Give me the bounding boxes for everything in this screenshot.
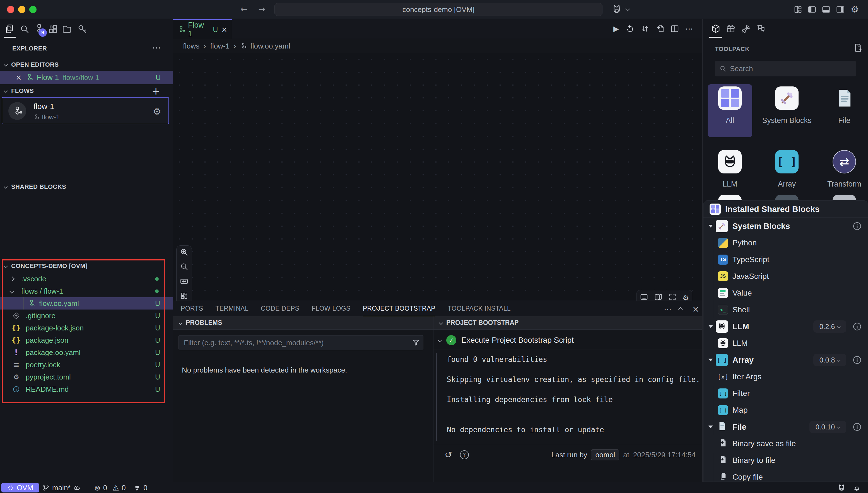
info-icon[interactable] bbox=[852, 322, 862, 331]
last-run-user-badge[interactable]: oomol bbox=[591, 450, 619, 460]
info-icon[interactable] bbox=[852, 355, 862, 365]
close-panel-icon[interactable]: × bbox=[692, 304, 699, 314]
block-binary-save-as-file[interactable]: Binary save as file bbox=[703, 435, 868, 452]
back-icon[interactable]: ← bbox=[240, 4, 248, 14]
info-icon[interactable] bbox=[852, 422, 862, 432]
toggle-left-sidebar-icon[interactable] bbox=[808, 5, 816, 16]
rocket-icon[interactable] bbox=[741, 24, 750, 34]
category-label[interactable]: File bbox=[817, 115, 868, 126]
section-project-root[interactable]: CONCEPTS-DEMO [OVM] bbox=[0, 261, 173, 271]
help-icon[interactable]: ? bbox=[460, 450, 469, 459]
problems-header[interactable]: PROBLEMS bbox=[173, 316, 433, 329]
toggle-right-sidebar-icon[interactable] bbox=[836, 5, 845, 16]
maximize-window-button[interactable] bbox=[29, 6, 37, 13]
flow-card[interactable]: flow-1 flow-1 ⚙ bbox=[2, 97, 169, 124]
breadcrumb-item[interactable]: flow.oo.yaml bbox=[250, 42, 290, 50]
collapse-triangle-icon[interactable] bbox=[708, 426, 713, 428]
section-flows[interactable]: FLOWS bbox=[0, 86, 173, 96]
block-iter-args[interactable]: [x] Iter Args bbox=[703, 368, 868, 385]
category-label[interactable]: Array bbox=[759, 178, 815, 190]
filter-funnel-icon[interactable] bbox=[412, 339, 420, 349]
forward-icon[interactable]: → bbox=[258, 4, 265, 14]
tree-item-file[interactable]: {} package-lock.json U bbox=[0, 322, 173, 334]
zoom-in-icon[interactable] bbox=[180, 248, 188, 258]
group-system-blocks[interactable]: System Blocks bbox=[703, 218, 868, 235]
gift-icon[interactable] bbox=[726, 24, 736, 34]
key-icon[interactable] bbox=[77, 24, 87, 34]
block-python[interactable]: Python bbox=[703, 235, 868, 251]
tab-ports[interactable]: PORTS bbox=[181, 301, 203, 317]
project-bootstrap-header[interactable]: PROJECT BOOTSTRAP bbox=[433, 316, 702, 329]
split-editor-icon[interactable] bbox=[670, 24, 679, 34]
category-label[interactable]: System Blocks bbox=[759, 115, 815, 126]
run-flow-icon[interactable]: ▶ bbox=[611, 24, 621, 34]
tab-flow-logs[interactable]: FLOW LOGS bbox=[312, 301, 350, 317]
collapse-triangle-icon[interactable] bbox=[708, 359, 713, 361]
flow-canvas[interactable]: ⚙ bbox=[173, 53, 702, 320]
flow-settings-gear-icon[interactable]: ⚙ bbox=[153, 106, 161, 117]
git-branch-status[interactable]: main* bbox=[42, 482, 80, 493]
customize-layout-icon[interactable] bbox=[794, 5, 802, 16]
chat-icon[interactable] bbox=[756, 24, 766, 34]
category-system-blocks-icon[interactable] bbox=[775, 86, 799, 110]
tree-item-folder[interactable]: flows / flow-1 bbox=[0, 285, 173, 297]
section-shared-blocks[interactable]: SHARED BLOCKS bbox=[0, 182, 173, 192]
block-typescript[interactable]: TS TypeScript bbox=[703, 251, 868, 268]
compare-changes-icon[interactable] bbox=[640, 24, 650, 34]
block-llm[interactable]: LLM bbox=[703, 335, 868, 351]
collapse-triangle-icon[interactable] bbox=[708, 325, 713, 328]
add-flow-icon[interactable]: + bbox=[152, 85, 160, 97]
zoom-out-icon[interactable] bbox=[180, 262, 188, 273]
search-icon[interactable] bbox=[20, 24, 29, 34]
tab-close-icon[interactable]: × bbox=[221, 25, 227, 34]
oomol-mascot-icon[interactable] bbox=[611, 4, 622, 17]
category-file-icon[interactable] bbox=[832, 86, 856, 110]
oomol-mascot-icon[interactable] bbox=[837, 484, 846, 492]
collapse-triangle-icon[interactable] bbox=[708, 225, 713, 228]
block-javascript[interactable]: JS JavaScript bbox=[703, 268, 868, 285]
category-label[interactable]: Transform bbox=[817, 178, 868, 190]
block-map[interactable]: [ ] Map bbox=[703, 402, 868, 419]
version-select[interactable]: 0.0.8 bbox=[813, 354, 846, 366]
tree-item-file[interactable]: ! package.oo.yaml U bbox=[0, 346, 173, 359]
mascot-dropdown-chevron-icon[interactable] bbox=[625, 7, 630, 12]
explorer-more-actions-icon[interactable]: ⋯ bbox=[152, 42, 161, 53]
problems-status[interactable]: ⊗ 0 ⚠ 0 bbox=[94, 482, 126, 493]
notifications-bell-icon[interactable] bbox=[853, 484, 861, 492]
maximize-panel-chevron-icon[interactable] bbox=[678, 307, 683, 312]
tab-terminal[interactable]: TERMINAL bbox=[215, 301, 249, 317]
block-shell[interactable]: >_ Shell bbox=[703, 301, 868, 318]
section-open-editors[interactable]: OPEN EDITORS bbox=[0, 60, 173, 70]
close-editor-icon[interactable]: × bbox=[16, 73, 22, 82]
tree-item-file-selected[interactable]: flow.oo.yaml U bbox=[0, 297, 173, 309]
toggle-bottom-panel-icon[interactable] bbox=[822, 5, 830, 16]
tree-item-file[interactable]: README.md U bbox=[0, 383, 173, 395]
remote-indicator[interactable]: OVM bbox=[1, 483, 39, 492]
tree-item-file[interactable]: ⚙ pyproject.toml U bbox=[0, 371, 173, 383]
breadcrumb-item[interactable]: flow-1 bbox=[210, 42, 230, 50]
tree-item-file[interactable]: ≡ poetry.lock U bbox=[0, 359, 173, 371]
problems-filter-input[interactable] bbox=[178, 335, 423, 350]
group-array[interactable]: [ ] Array 0.0.8 bbox=[703, 351, 868, 368]
rerun-bootstrap-icon[interactable]: ↺ bbox=[445, 450, 452, 460]
block-binary-to-file[interactable]: Binary to file bbox=[703, 452, 868, 469]
settings-gear-icon[interactable]: ⚙ bbox=[851, 4, 859, 15]
export-file-icon[interactable] bbox=[655, 24, 665, 34]
fit-width-icon[interactable] bbox=[180, 277, 188, 287]
block-copy-file[interactable]: Copy file bbox=[703, 469, 868, 482]
tab-code-deps[interactable]: CODE DEPS bbox=[261, 301, 299, 317]
tab-flow-1[interactable]: Flow 1 U × bbox=[173, 19, 232, 39]
category-transform-icon[interactable]: ⇄ bbox=[832, 150, 856, 173]
panel-more-actions-icon[interactable]: ⋯ bbox=[664, 305, 672, 314]
open-editor-item[interactable]: × Flow 1 flows/flow-1 U bbox=[0, 71, 173, 84]
category-label[interactable]: All bbox=[702, 115, 758, 126]
tree-item-file[interactable]: {} package.json U bbox=[0, 334, 173, 346]
category-array-icon[interactable]: [ ] bbox=[775, 150, 799, 173]
version-select[interactable]: 0.2.6 bbox=[813, 320, 846, 333]
category-llm-icon[interactable] bbox=[718, 150, 742, 173]
tab-toolpack-install[interactable]: TOOLPACK INSTALL bbox=[448, 301, 511, 317]
toolpack-cube-icon[interactable] bbox=[711, 24, 720, 34]
block-filter[interactable]: [ ] Filter bbox=[703, 385, 868, 402]
tree-item-folder[interactable]: .vscode bbox=[0, 273, 173, 285]
folder-icon[interactable] bbox=[62, 24, 72, 34]
